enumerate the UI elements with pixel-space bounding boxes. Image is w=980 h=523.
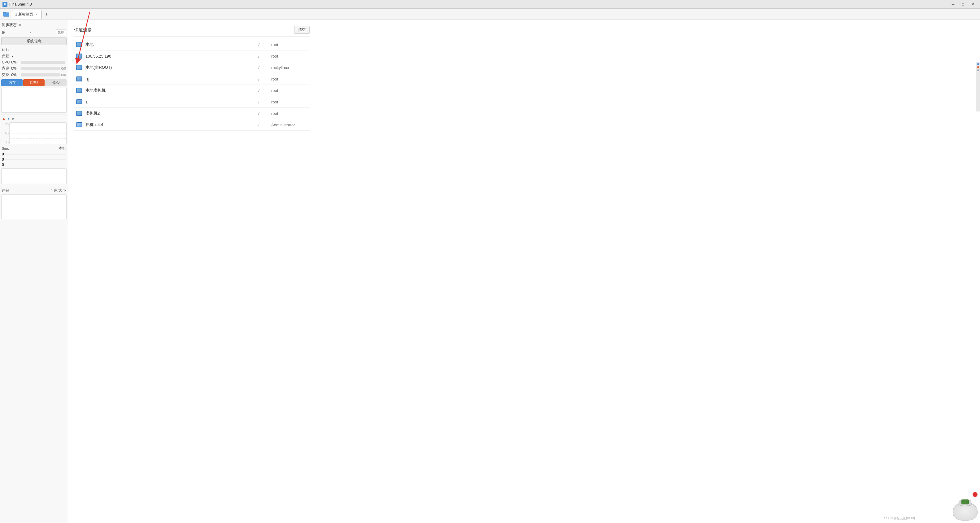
- traffic-label-9b: 9B: [1, 122, 9, 126]
- conn-name-6: 1: [86, 100, 247, 104]
- connection-row[interactable]: 本地 / root: [74, 39, 310, 51]
- conn-icon-4: [76, 76, 83, 82]
- conn-path-7: /: [247, 111, 271, 116]
- connection-row[interactable]: 1 / root: [74, 96, 310, 108]
- conn-icon-img-7: [76, 111, 82, 116]
- conn-icon-img-3: [76, 65, 82, 70]
- right-dot-blue: [977, 63, 979, 65]
- running-row: 运行 -: [1, 46, 67, 53]
- main-panel: 快速连接 清空 本地 / root: [68, 20, 980, 523]
- mascot-hat: [961, 499, 969, 504]
- conn-icon-2: [76, 53, 83, 59]
- conn-user-5: root: [271, 88, 309, 93]
- conn-icon-5: [76, 87, 83, 94]
- right-dot-gray: [977, 69, 979, 71]
- tab-folder-icon[interactable]: [1, 9, 11, 19]
- conn-name-7: 虚拟机2: [86, 111, 247, 116]
- swap-row: 交换 0% 0/0: [1, 72, 67, 78]
- running-label: 运行: [2, 47, 11, 52]
- conn-user-6: root: [271, 100, 309, 104]
- conn-user-4: root: [271, 77, 309, 81]
- sidebar-tab-mem-label: 内存: [8, 80, 16, 86]
- close-button[interactable]: ✕: [968, 1, 977, 8]
- ip-label: IP: [2, 30, 5, 35]
- arrow-right-icon: ►: [12, 116, 16, 121]
- ping-target: 本机: [59, 146, 66, 151]
- conn-icon-img-6: [76, 99, 82, 104]
- connection-row[interactable]: 本地(非ROOT) / rockylinux: [74, 62, 310, 73]
- minimize-button[interactable]: ─: [948, 1, 958, 8]
- mem-values: 0/0: [61, 67, 66, 70]
- app-title: FinalShell 4.0: [9, 2, 948, 6]
- clear-button[interactable]: 清空: [294, 26, 310, 34]
- sidebar-tab-cpu[interactable]: CPU: [23, 79, 45, 86]
- maximize-button[interactable]: □: [958, 1, 967, 8]
- right-dot-red: [977, 66, 979, 68]
- sidebar-tab-cmd[interactable]: 命令: [45, 79, 67, 86]
- conn-path-2: /: [247, 54, 271, 59]
- mascot-body: [953, 502, 977, 520]
- connection-row[interactable]: 106.55.25.190 / root: [74, 51, 310, 62]
- cpu-row: CPU 0%: [1, 59, 67, 65]
- copy-button[interactable]: 复制: [56, 29, 66, 35]
- file-path-label: 路径: [2, 188, 9, 193]
- conn-user-8: Administrator: [271, 122, 309, 127]
- mem-row: 内存 0% 0/0: [1, 65, 67, 72]
- app-container: 1 新标签页 × + 同步状态 IP - 复制 系统信息 运行 -: [0, 9, 980, 523]
- sidebar-tab-mem[interactable]: 内存: [1, 79, 22, 86]
- ping-val-1: 0: [2, 152, 4, 156]
- quick-connect-section: 快速连接 清空 本地 / root: [68, 20, 316, 137]
- connection-row[interactable]: 本地虚拟机 / root: [74, 85, 310, 96]
- swap-values: 0/0: [61, 73, 66, 77]
- right-side-panel: [976, 62, 980, 111]
- traffic-label-6b: 6B: [1, 132, 9, 135]
- cpu-progress-bar: [21, 61, 65, 64]
- file-list-area: [1, 194, 67, 219]
- connection-row[interactable]: 挂机宝4.4 / Administrator: [74, 119, 310, 131]
- load-value: -: [12, 54, 13, 59]
- file-section: 路径 可用/大小: [1, 186, 67, 220]
- sync-status-label: 同步状态: [2, 22, 17, 27]
- sidebar-tab-cmd-label: 命令: [52, 80, 60, 86]
- quick-connect-header: 快速连接 清空: [74, 26, 310, 37]
- file-size-label: 可用/大小: [50, 188, 66, 193]
- ping-val-2: 0: [2, 157, 4, 162]
- connection-row[interactable]: 虚拟机2 / root: [74, 108, 310, 119]
- csdn-watermark: CSDN @亿无量(llllllllll): [884, 516, 915, 520]
- conn-user-2: root: [271, 54, 309, 59]
- ip-row: IP - 复制: [1, 29, 67, 36]
- conn-name-3: 本地(非ROOT): [86, 65, 247, 70]
- tab-item-1[interactable]: 1 新标签页 ×: [12, 10, 41, 19]
- conn-icon-6: [76, 99, 83, 105]
- content-area: 同步状态 IP - 复制 系统信息 运行 - 负载 -: [0, 20, 980, 523]
- conn-icon-img-8: [76, 122, 82, 127]
- ping-chart: [1, 169, 67, 184]
- swap-label: 交换: [2, 72, 11, 78]
- sysinfo-button[interactable]: 系统信息: [1, 37, 67, 45]
- ping-val-3: 0: [2, 162, 4, 167]
- conn-icon-1: [76, 41, 83, 48]
- conn-path-8: /: [247, 122, 271, 127]
- traffic-chart: [9, 122, 67, 144]
- mem-progress-bar: [21, 67, 60, 70]
- file-header-row: 路径 可用/大小: [1, 188, 67, 194]
- quick-connect-title: 快速连接: [74, 27, 92, 33]
- traffic-label-3b: 3B: [1, 141, 9, 144]
- conn-icon-img-1: [76, 42, 82, 47]
- connection-row[interactable]: lsj / root: [74, 73, 310, 85]
- sidebar-tab-cpu-label: CPU: [30, 81, 38, 85]
- app-icon: F: [3, 2, 8, 7]
- mem-pct: 0%: [11, 66, 20, 71]
- tab-bar: 1 新标签页 × +: [0, 9, 980, 20]
- tab-close-1[interactable]: ×: [35, 12, 38, 16]
- conn-name-8: 挂机宝4.4: [86, 122, 247, 127]
- conn-path-6: /: [247, 100, 271, 104]
- sidebar-tabs: 内存 CPU 命令: [1, 79, 67, 86]
- traffic-header-row: ▲ ▼ ►: [1, 116, 67, 121]
- tab-add-button[interactable]: +: [43, 11, 50, 18]
- load-label: 负载: [2, 54, 11, 59]
- swap-progress-bar: [21, 73, 60, 76]
- cpu-pct: 0%: [11, 60, 20, 64]
- sidebar: 同步状态 IP - 复制 系统信息 运行 - 负载 -: [0, 20, 68, 523]
- ping-label: 0ms: [2, 146, 9, 151]
